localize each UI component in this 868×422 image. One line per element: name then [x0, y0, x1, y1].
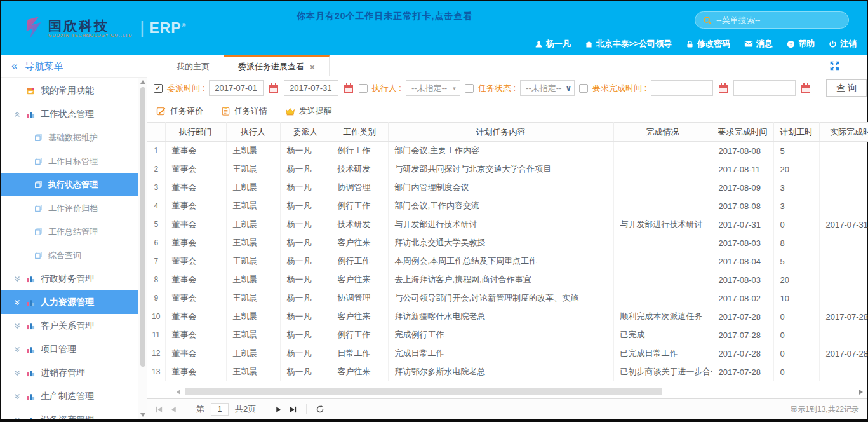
- table-cell[interactable]: 与开发部进行技术研讨: [388, 215, 613, 234]
- table-cell[interactable]: 董事会: [165, 344, 226, 363]
- close-tab-icon[interactable]: ×: [310, 62, 315, 72]
- table-cell[interactable]: [613, 289, 712, 308]
- toolbar-button[interactable]: 发送提醒: [285, 106, 332, 117]
- table-row[interactable]: 11董事会王凯晨杨一凡例行工作完成例行工作已完成2017-07-280: [147, 326, 868, 344]
- required-time-checkbox[interactable]: [579, 84, 588, 93]
- table-cell[interactable]: 技术研发: [331, 215, 388, 234]
- table-cell[interactable]: 7: [147, 252, 165, 271]
- table-cell[interactable]: 11: [147, 326, 165, 344]
- table-cell[interactable]: 杨一凡: [280, 289, 331, 308]
- table-cell[interactable]: 例行工作: [331, 252, 388, 271]
- table-cell[interactable]: 例行工作: [331, 142, 388, 160]
- table-cell[interactable]: 杨一凡: [280, 308, 331, 326]
- column-header[interactable]: 要求完成时间: [712, 123, 773, 142]
- table-cell[interactable]: 客户往来: [331, 308, 388, 326]
- table-cell[interactable]: 杨一凡: [280, 344, 331, 363]
- table-cell[interactable]: 10: [773, 289, 819, 308]
- calendar-icon[interactable]: [801, 85, 810, 93]
- sidebar-collapse-icon[interactable]: «: [11, 60, 17, 72]
- table-cell[interactable]: 王凯晨: [226, 197, 280, 215]
- user-menu-item[interactable]: 修改密码: [686, 38, 730, 50]
- table-cell[interactable]: 杨一凡: [280, 271, 331, 289]
- table-row[interactable]: 9董事会王凯晨杨一凡协调管理与公司领导部门开会,讨论新管理制度的改革、实施201…: [147, 289, 868, 308]
- sidebar-item[interactable]: 行政财务管理: [1, 267, 138, 290]
- table-cell[interactable]: 董事会: [165, 142, 226, 160]
- table-cell[interactable]: 王凯晨: [226, 215, 280, 234]
- user-menu-item[interactable]: 消息: [744, 38, 773, 50]
- toolbar-button[interactable]: 任务详情: [221, 106, 267, 117]
- table-cell[interactable]: 董事会: [165, 363, 226, 381]
- table-cell[interactable]: 王凯晨: [226, 252, 280, 271]
- assign-time-from-input[interactable]: 2017-07-01: [209, 80, 264, 96]
- table-cell[interactable]: 0: [773, 308, 819, 326]
- table-cell[interactable]: 董事会: [165, 308, 226, 326]
- query-button[interactable]: 查 询: [826, 79, 867, 97]
- required-time-from-input[interactable]: [651, 80, 713, 96]
- table-cell[interactable]: 5: [147, 215, 165, 234]
- table-cell[interactable]: 杨一凡: [280, 142, 331, 160]
- column-header[interactable]: 委派人: [280, 123, 331, 142]
- sidebar-item[interactable]: 工作评价归档: [1, 196, 138, 220]
- table-cell[interactable]: 王凯晨: [226, 308, 280, 326]
- next-page-button[interactable]: [274, 405, 283, 414]
- table-cell[interactable]: 2017-08-08: [712, 142, 773, 160]
- table-cell[interactable]: 2017-07-31: [819, 215, 868, 234]
- table-cell[interactable]: [613, 179, 712, 197]
- expand-icon[interactable]: [829, 60, 840, 71]
- table-cell[interactable]: 13: [147, 363, 165, 381]
- table-cell[interactable]: 董事会: [165, 179, 226, 197]
- task-status-checkbox[interactable]: [465, 84, 474, 93]
- sidebar-item[interactable]: 综合查询: [1, 243, 138, 267]
- calendar-icon[interactable]: [344, 85, 353, 93]
- table-row[interactable]: 12董事会王凯晨杨一凡日常工作完成日常工作已完成日常工作2017-07-2802…: [147, 344, 868, 363]
- table-row[interactable]: 13董事会王凯晨杨一凡客户往来拜访鄂尔多斯水电院老总已初步商谈关于进一步合作20…: [147, 363, 868, 381]
- sidebar-item[interactable]: 生产制造管理: [1, 385, 138, 408]
- calendar-icon[interactable]: [719, 85, 728, 93]
- table-cell[interactable]: 董事会: [165, 289, 226, 308]
- table-cell[interactable]: 0: [773, 326, 819, 344]
- table-cell[interactable]: 20: [773, 271, 819, 289]
- first-page-button[interactable]: [155, 405, 163, 414]
- table-cell[interactable]: 杨一凡: [280, 179, 331, 197]
- table-cell[interactable]: 拜访鄂尔多斯水电院老总: [388, 363, 613, 381]
- scroll-left-icon[interactable]: [177, 390, 180, 395]
- task-status-select[interactable]: --未指定--∨: [520, 80, 575, 96]
- table-row[interactable]: 5董事会王凯晨杨一凡技术研发与开发部进行技术研讨与开发部进行技术研讨2017-0…: [147, 215, 868, 234]
- table-cell[interactable]: 与研发部共同探讨与北京交通大学合作项目: [388, 160, 613, 179]
- table-cell[interactable]: 王凯晨: [226, 271, 280, 289]
- table-cell[interactable]: 部门会议,主要工作内容: [388, 142, 613, 160]
- table-cell[interactable]: 王凯晨: [226, 326, 280, 344]
- sidebar-item[interactable]: 进销存管理: [1, 361, 138, 385]
- scroll-up-icon[interactable]: [140, 80, 145, 84]
- table-cell[interactable]: 董事会: [165, 234, 226, 252]
- table-row[interactable]: 4董事会王凯晨杨一凡例行工作部门会议,工作内容交流2017-08-083: [147, 197, 868, 215]
- table-cell[interactable]: 2017-07-28: [712, 326, 773, 344]
- table-cell[interactable]: [613, 160, 712, 179]
- table-cell[interactable]: [819, 363, 868, 381]
- table-cell[interactable]: [819, 197, 868, 215]
- page-number-input[interactable]: 1: [211, 403, 229, 416]
- toolbar-button[interactable]: 任务评价: [156, 106, 203, 117]
- sidebar-item[interactable]: 设备资产管理: [1, 408, 138, 419]
- menu-search-box[interactable]: [695, 11, 849, 29]
- table-cell[interactable]: 杨一凡: [280, 234, 331, 252]
- user-menu-item[interactable]: 注销: [829, 38, 857, 50]
- column-header[interactable]: [147, 123, 165, 142]
- table-cell[interactable]: 2017-08-03: [712, 271, 773, 289]
- table-cell[interactable]: 杨一凡: [280, 215, 331, 234]
- sidebar-item[interactable]: 基础数据维护: [1, 126, 138, 149]
- table-cell[interactable]: 王凯晨: [226, 344, 280, 363]
- table-cell[interactable]: 杨一凡: [280, 363, 331, 381]
- table-row[interactable]: 2董事会王凯晨杨一凡技术研发与研发部共同探讨与北京交通大学合作项目2017-08…: [147, 160, 868, 179]
- table-cell[interactable]: 2017-08-11: [712, 160, 773, 179]
- table-cell[interactable]: 完成例行工作: [388, 326, 613, 344]
- table-cell[interactable]: 杨一凡: [280, 197, 331, 215]
- table-cell[interactable]: 与公司领导部门开会,讨论新管理制度的改革、实施: [388, 289, 613, 308]
- table-cell[interactable]: 2017-07-31: [712, 215, 773, 234]
- table-cell[interactable]: 10: [147, 308, 165, 326]
- table-cell[interactable]: [613, 271, 712, 289]
- table-cell[interactable]: 5: [773, 252, 819, 271]
- user-menu-item[interactable]: ?帮助: [787, 38, 815, 50]
- column-header[interactable]: 执行人: [226, 123, 280, 142]
- column-header[interactable]: 完成情况: [613, 123, 712, 142]
